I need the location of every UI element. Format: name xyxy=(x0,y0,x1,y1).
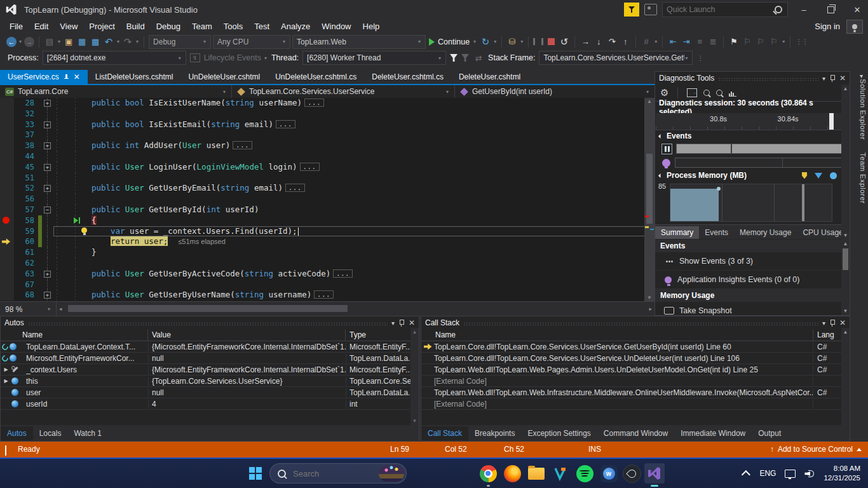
diagnostic-tools-title-bar[interactable]: Diagnostic Tools ▾ ✕ xyxy=(655,72,850,85)
fold-toggle-icon[interactable]: + xyxy=(44,100,51,107)
collapsed-region[interactable]: ... xyxy=(233,141,252,149)
side-tab-solution-explorer[interactable]: Solution Explorer xyxy=(852,76,868,142)
open-file-icon[interactable]: ▣ xyxy=(63,36,74,48)
autos-row[interactable]: usernullTopLearn.DataLa... xyxy=(1,387,419,398)
fold-toggle-icon[interactable]: − xyxy=(44,207,51,214)
file-explorer-icon[interactable] xyxy=(526,463,546,484)
call-stack-tab-strip[interactable]: Call StackBreakpointsException SettingsC… xyxy=(421,425,850,441)
pin-icon[interactable] xyxy=(830,320,835,327)
panel-tab-autos[interactable]: Autos xyxy=(1,426,33,440)
standard-toolbar[interactable]: ←▾ → ▤▾ ▣ ▦ ▩ ↶▾ ↷▾ Debug▾ Any CPU▾ TopL… xyxy=(0,34,868,50)
redo-icon[interactable]: ↷ xyxy=(122,36,133,48)
code-line[interactable]: 67 xyxy=(0,280,654,290)
hex-display-icon[interactable]: # xyxy=(641,36,652,48)
editor-bottom-bar[interactable]: 98 %▾ ◂ ▸ xyxy=(0,301,654,316)
call-stack-title-bar[interactable]: Call Stack ▾ ✕ xyxy=(421,316,850,329)
breakpoint-events-track[interactable] xyxy=(655,142,850,156)
code-line[interactable]: 62 xyxy=(0,258,654,269)
autos-row[interactable]: ▶_context.Users{Microsoft.EntityFramewor… xyxy=(1,364,419,376)
network-icon[interactable] xyxy=(785,470,796,478)
doc-tab[interactable]: DeleteUser.cshtml.cs xyxy=(364,70,451,84)
call-stack-row[interactable]: [External Code] xyxy=(421,376,841,387)
menu-test[interactable]: Test xyxy=(248,20,275,32)
code-line[interactable]: 33+public bool IsExistEmail(string email… xyxy=(0,119,654,130)
export-icon[interactable] xyxy=(687,88,697,97)
prev-bookmark-icon[interactable]: ⚐ xyxy=(742,36,753,48)
v-app-icon[interactable] xyxy=(550,463,571,484)
chrome-icon[interactable] xyxy=(478,463,498,484)
lightbulb-icon[interactable] xyxy=(81,227,87,233)
memory-section-header[interactable]: Process Memory (MB) xyxy=(655,170,850,181)
navigate-backward-code-icon[interactable]: ⇤ xyxy=(667,36,679,48)
column-value[interactable]: Value xyxy=(148,329,346,341)
thread-select[interactable]: [6280] Worker Thread▾ xyxy=(302,51,446,65)
side-tab-team-explorer[interactable]: Team Explorer xyxy=(852,150,868,207)
doc-tab[interactable]: UnDeleteUser.cshtml xyxy=(180,70,268,84)
filter-flagged-icon[interactable] xyxy=(461,54,469,62)
close-button[interactable]: ✕ xyxy=(846,1,868,18)
zoom-in-icon[interactable] xyxy=(703,90,710,96)
collapsed-region[interactable]: ... xyxy=(314,290,334,299)
panel-tab-watch-1[interactable]: Watch 1 xyxy=(67,426,108,440)
app-insights-link[interactable]: Application Insights Events (0 of 0) xyxy=(655,271,841,289)
continue-button[interactable]: Continue▾ xyxy=(428,37,478,46)
editor-horizontal-scrollbar[interactable]: ◂ ▸ xyxy=(57,302,654,316)
editor-vertical-scrollbar[interactable]: ▲ ▼ xyxy=(644,98,654,301)
quick-launch-input[interactable] xyxy=(663,5,775,14)
panel-tab-breakpoints[interactable]: Breakpoints xyxy=(468,426,521,440)
start-button[interactable] xyxy=(245,463,266,484)
suspend-threads-icon[interactable]: ⇄ xyxy=(473,52,484,64)
autos-scrollbar[interactable]: ▲ ▼ xyxy=(410,328,419,425)
window-position-icon[interactable]: ▾ xyxy=(822,75,825,82)
code-line[interactable]: 68+public User GetUserByUserName(string … xyxy=(0,290,654,301)
menu-project[interactable]: Project xyxy=(83,20,120,32)
tray-chevron-icon[interactable] xyxy=(742,470,750,479)
document-tab-strip[interactable]: UserService.cs✕ListDeleteUsers.cshtmlUnD… xyxy=(0,70,654,84)
restart-icon[interactable]: ↻ xyxy=(480,36,491,48)
code-line[interactable]: 63+public User GetUserByActiveCode(strin… xyxy=(0,269,654,280)
restore-button[interactable] xyxy=(820,1,841,18)
send-feedback-icon[interactable] xyxy=(644,4,657,15)
doc-tab[interactable]: UnDeleteUser.cshtml.cs xyxy=(268,70,364,84)
call-stack-row[interactable]: TopLearn.Web.dll!TopLearn.Web.Infrastruc… xyxy=(421,387,841,398)
close-icon[interactable]: ✕ xyxy=(74,72,80,81)
panel-tab-command-window[interactable]: Command Window xyxy=(597,426,674,440)
menu-build[interactable]: Build xyxy=(121,20,151,32)
visual-studio-taskbar-icon[interactable] xyxy=(644,463,665,484)
window-position-icon[interactable]: ▾ xyxy=(391,320,395,327)
code-line[interactable]: 28+public bool IsExistUserName(string us… xyxy=(0,98,654,109)
menu-file[interactable]: File xyxy=(4,20,29,32)
show-events-link[interactable]: Show Events (3 of 3) xyxy=(655,252,841,271)
autos-title-bar[interactable]: Autos ▾ ✕ xyxy=(1,316,419,329)
code-line[interactable]: 56 xyxy=(0,194,654,205)
code-line[interactable]: 57−public User GetUserById(int userId) xyxy=(0,205,654,215)
menu-team[interactable]: Team xyxy=(186,20,218,32)
next-bookmark-icon[interactable]: ⚐ xyxy=(755,36,766,48)
system-tray[interactable]: ENG 8:08 AM 12/31/2025 xyxy=(744,459,868,488)
diagnostic-tools-tabs[interactable]: SummaryEventsMemory UsageCPU Usage xyxy=(655,224,850,239)
timeline-chart-icon[interactable] xyxy=(729,90,736,97)
breadcrumb-member[interactable]: GetUserById(int userId)▾ xyxy=(455,85,654,98)
call-stack-row[interactable]: [External Code] xyxy=(421,398,841,410)
intellitrace-events-track[interactable] xyxy=(655,156,850,170)
dark-app-icon[interactable] xyxy=(621,463,642,484)
code-line[interactable]: 37 xyxy=(0,130,654,140)
minimize-button[interactable]: – xyxy=(793,1,815,18)
save-icon[interactable]: ▦ xyxy=(76,36,88,48)
menu-analyze[interactable]: Analyze xyxy=(275,20,316,32)
fold-toggle-icon[interactable]: + xyxy=(44,142,51,149)
collapsed-region[interactable]: ... xyxy=(304,98,324,107)
process-select[interactable]: [2684] dotnet.exe▾ xyxy=(43,51,186,65)
close-icon[interactable]: ✕ xyxy=(839,318,846,327)
column-type[interactable]: Type xyxy=(346,329,419,341)
events-section-header[interactable]: Events xyxy=(655,130,850,142)
step-into-icon[interactable]: ↓ xyxy=(593,36,604,48)
autos-row[interactable]: userId4int xyxy=(1,398,419,410)
sign-in-link[interactable]: Sign in xyxy=(815,22,840,31)
undo-icon[interactable]: ↶ xyxy=(103,36,114,48)
menu-view[interactable]: View xyxy=(54,20,83,32)
call-stack-column-headers[interactable]: Name Lang xyxy=(421,329,850,341)
fold-toggle-icon[interactable]: + xyxy=(44,185,51,192)
pin-icon[interactable] xyxy=(399,320,404,327)
debug-location-toolbar[interactable]: Process: [2684] dotnet.exe▾ ↯ Lifecycle … xyxy=(0,50,868,66)
